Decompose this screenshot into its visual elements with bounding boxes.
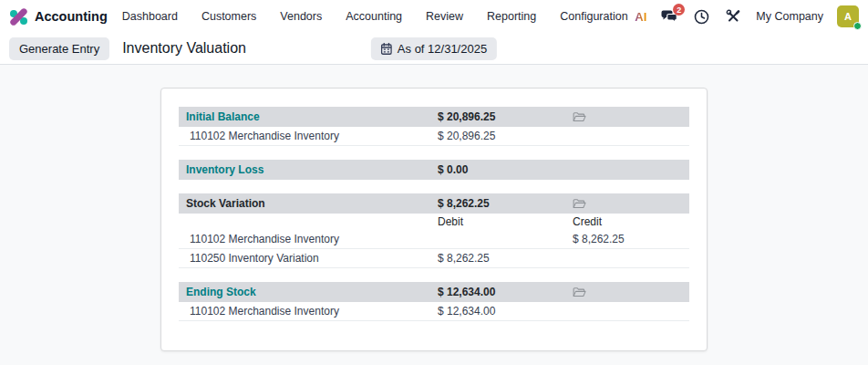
menu-review[interactable]: Review bbox=[426, 10, 463, 23]
generate-entry-button[interactable]: Generate Entry bbox=[9, 37, 109, 60]
account-value: $ 20,896.25 bbox=[438, 130, 573, 142]
accounting-app-icon bbox=[9, 7, 28, 26]
menu-dashboard[interactable]: Dashboard bbox=[122, 10, 178, 23]
section-stock-variation: Stock Variation $ 8,262.25 Debit Credit … bbox=[179, 193, 689, 268]
account-line: 110250 Inventory Variation $ 8,262.25 bbox=[179, 249, 689, 268]
account-line: 110102 Merchandise Inventory $ 20,896.25 bbox=[179, 127, 689, 146]
company-switcher[interactable]: My Company bbox=[756, 10, 823, 23]
date-filter-button[interactable]: As of 12/31/2025 bbox=[371, 37, 497, 60]
section-initial-balance: Initial Balance $ 20,896.25 110102 Merch… bbox=[179, 107, 689, 146]
section-total: $ 20,896.25 bbox=[438, 110, 573, 123]
credit-column-label: Credit bbox=[573, 215, 689, 228]
systray: AI 2 My Company A bbox=[635, 5, 859, 27]
debit-column-label: Debit bbox=[438, 215, 573, 228]
tools-icon[interactable] bbox=[724, 7, 742, 26]
menu-customers[interactable]: Customers bbox=[202, 10, 256, 23]
section-total: $ 12,634.00 bbox=[438, 286, 573, 298]
debit-credit-header: Debit Credit bbox=[179, 214, 689, 230]
top-navbar: Accounting Dashboard Customers Vendors A… bbox=[0, 0, 868, 33]
section-inventory-loss: Inventory Loss $ 0.00 bbox=[179, 160, 689, 180]
credit-value: $ 8,262.25 bbox=[573, 233, 689, 245]
user-avatar[interactable]: A bbox=[837, 5, 859, 27]
messages-icon[interactable]: 2 bbox=[660, 7, 678, 26]
section-header: Inventory Loss $ 0.00 bbox=[179, 160, 689, 180]
account-line: 110102 Merchandise Inventory $ 8,262.25 bbox=[179, 230, 689, 249]
account-line: 110102 Merchandise Inventory $ 12,634.00 bbox=[179, 302, 689, 321]
date-filter-label: As of 12/31/2025 bbox=[398, 42, 487, 56]
app-brand[interactable]: Accounting bbox=[9, 7, 108, 26]
section-header: Initial Balance $ 20,896.25 bbox=[179, 107, 689, 127]
folder-open-icon[interactable] bbox=[573, 198, 586, 210]
page-title: Inventory Valuation bbox=[122, 40, 246, 57]
section-ending-stock: Ending Stock $ 12,634.00 110102 Merchand… bbox=[179, 282, 689, 321]
menu-accounting[interactable]: Accounting bbox=[346, 10, 402, 23]
app-name: Accounting bbox=[35, 9, 108, 24]
main-menu: Dashboard Customers Vendors Accounting R… bbox=[122, 10, 628, 23]
ai-button[interactable]: AI bbox=[635, 10, 646, 24]
menu-configuration[interactable]: Configuration bbox=[560, 10, 627, 23]
account-name[interactable]: 110102 Merchandise Inventory bbox=[179, 130, 438, 142]
section-title-link[interactable]: Initial Balance bbox=[179, 110, 438, 123]
folder-open-icon[interactable] bbox=[573, 111, 586, 123]
account-name[interactable]: 110102 Merchandise Inventory bbox=[179, 305, 438, 318]
debit-value: $ 8,262.25 bbox=[438, 252, 573, 265]
activities-clock-icon[interactable] bbox=[692, 7, 710, 26]
section-title-link[interactable]: Inventory Loss bbox=[179, 163, 438, 176]
avatar-letter: A bbox=[844, 11, 852, 22]
control-bar: Generate Entry Inventory Valuation As of… bbox=[0, 33, 868, 65]
account-name[interactable]: 110102 Merchandise Inventory bbox=[179, 233, 438, 245]
calendar-icon bbox=[381, 43, 392, 55]
content-area: Initial Balance $ 20,896.25 110102 Merch… bbox=[0, 65, 868, 365]
account-name[interactable]: 110250 Inventory Variation bbox=[179, 252, 438, 265]
section-title: Stock Variation bbox=[179, 197, 438, 210]
online-status-dot bbox=[853, 22, 862, 30]
folder-open-icon[interactable] bbox=[573, 287, 586, 298]
section-header: Stock Variation $ 8,262.25 bbox=[179, 193, 689, 214]
section-title-link[interactable]: Ending Stock bbox=[179, 286, 438, 298]
section-header: Ending Stock $ 12,634.00 bbox=[179, 282, 689, 302]
menu-reporting[interactable]: Reporting bbox=[487, 10, 536, 23]
messages-badge: 2 bbox=[673, 4, 685, 16]
menu-vendors[interactable]: Vendors bbox=[280, 10, 322, 23]
section-total: $ 8,262.25 bbox=[438, 197, 573, 210]
section-total: $ 0.00 bbox=[438, 163, 573, 176]
inventory-valuation-card: Initial Balance $ 20,896.25 110102 Merch… bbox=[160, 88, 708, 351]
account-value: $ 12,634.00 bbox=[438, 305, 573, 318]
